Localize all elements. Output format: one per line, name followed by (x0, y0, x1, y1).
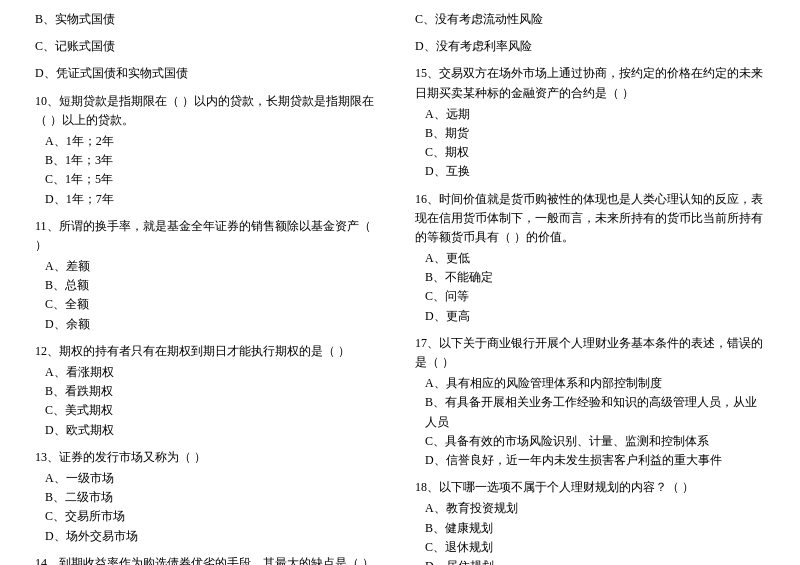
question-block-q_d2: D、没有考虑利率风险 (415, 37, 765, 56)
option-q16-0: A、更低 (425, 249, 765, 268)
question-text-q12: 12、期权的持有者只有在期权到期日才能执行期权的是（ ） (35, 342, 385, 361)
right-column: C、没有考虑流动性风险D、没有考虑利率风险15、交易双方在场外市场上通过协商，按… (410, 10, 770, 565)
option-q17-3: D、信誉良好，近一年内未发生损害客户利益的重大事件 (425, 451, 765, 470)
question-text-q11: 11、所谓的换手率，就是基金全年证券的销售额除以基金资产（ ） (35, 217, 385, 255)
option-q11-1: B、总额 (45, 276, 385, 295)
question-text-q14: 14、到期收益率作为购选债券优劣的手段，其最大的缺点是（ ） (35, 554, 385, 565)
question-text-q_d2: D、没有考虑利率风险 (415, 37, 765, 56)
question-text-q_b: B、实物式国债 (35, 10, 385, 29)
question-block-q11: 11、所谓的换手率，就是基金全年证券的销售额除以基金资产（ ）A、差额B、总额C… (35, 217, 385, 334)
option-q10-1: B、1年；3年 (45, 151, 385, 170)
option-q12-1: B、看跌期权 (45, 382, 385, 401)
question-block-q_d_note: D、凭证式国债和实物式国债 (35, 64, 385, 83)
question-block-q12: 12、期权的持有者只有在期权到期日才能执行期权的是（ ）A、看涨期权B、看跌期权… (35, 342, 385, 440)
options-q18: A、教育投资规划B、健康规划C、退休规划D、居住规划 (415, 499, 765, 565)
options-q15: A、远期B、期货C、期权D、互换 (415, 105, 765, 182)
question-text-q13: 13、证券的发行市场又称为（ ） (35, 448, 385, 467)
question-block-q14: 14、到期收益率作为购选债券优劣的手段，其最大的缺点是（ ）A、没有考虑再投资风… (35, 554, 385, 565)
option-q12-2: C、美式期权 (45, 401, 385, 420)
question-text-q18: 18、以下哪一选项不属于个人理财规划的内容？（ ） (415, 478, 765, 497)
option-q13-3: D、场外交易市场 (45, 527, 385, 546)
option-q16-2: C、问等 (425, 287, 765, 306)
option-q11-0: A、差额 (45, 257, 385, 276)
option-q18-1: B、健康规划 (425, 519, 765, 538)
options-q13: A、一级市场B、二级市场C、交易所市场D、场外交易市场 (35, 469, 385, 546)
question-text-q_d_note: D、凭证式国债和实物式国债 (35, 64, 385, 83)
question-block-q_c2: C、没有考虑流动性风险 (415, 10, 765, 29)
question-block-q16: 16、时间价值就是货币购被性的体现也是人类心理认知的反应，表现在信用货币体制下，… (415, 190, 765, 326)
option-q15-3: D、互换 (425, 162, 765, 181)
option-q15-0: A、远期 (425, 105, 765, 124)
option-q11-3: D、余额 (45, 315, 385, 334)
question-block-q15: 15、交易双方在场外市场上通过协商，按约定的价格在约定的未来日期买卖某种标的金融… (415, 64, 765, 181)
question-text-q15: 15、交易双方在场外市场上通过协商，按约定的价格在约定的未来日期买卖某种标的金融… (415, 64, 765, 102)
options-q10: A、1年；2年B、1年；3年C、1年；5年D、1年；7年 (35, 132, 385, 209)
left-column: B、实物式国债C、记账式国债D、凭证式国债和实物式国债10、短期贷款是指期限在（… (30, 10, 390, 565)
option-q18-3: D、居住规划 (425, 557, 765, 565)
question-block-q18: 18、以下哪一选项不属于个人理财规划的内容？（ ）A、教育投资规划B、健康规划C… (415, 478, 765, 565)
question-block-q10: 10、短期贷款是指期限在（ ）以内的贷款，长期贷款是指期限在（ ）以上的贷款。A… (35, 92, 385, 209)
main-content: B、实物式国债C、记账式国债D、凭证式国债和实物式国债10、短期贷款是指期限在（… (30, 10, 770, 565)
option-q18-2: C、退休规划 (425, 538, 765, 557)
option-q18-0: A、教育投资规划 (425, 499, 765, 518)
page-container: B、实物式国债C、记账式国债D、凭证式国债和实物式国债10、短期贷款是指期限在（… (0, 0, 800, 565)
option-q10-3: D、1年；7年 (45, 190, 385, 209)
options-q16: A、更低B、不能确定C、问等D、更高 (415, 249, 765, 326)
option-q17-1: B、有具备开展相关业务工作经验和知识的高级管理人员，从业人员 (425, 393, 765, 431)
options-q11: A、差额B、总额C、全额D、余额 (35, 257, 385, 334)
option-q13-2: C、交易所市场 (45, 507, 385, 526)
question-text-q17: 17、以下关于商业银行开展个人理财业务基本条件的表述，错误的是（ ） (415, 334, 765, 372)
options-q12: A、看涨期权B、看跌期权C、美式期权D、欧式期权 (35, 363, 385, 440)
option-q13-1: B、二级市场 (45, 488, 385, 507)
question-block-q13: 13、证券的发行市场又称为（ ）A、一级市场B、二级市场C、交易所市场D、场外交… (35, 448, 385, 546)
options-q17: A、具有相应的风险管理体系和内部控制制度B、有具备开展相关业务工作经验和知识的高… (415, 374, 765, 470)
question-block-q_c_note: C、记账式国债 (35, 37, 385, 56)
option-q11-2: C、全额 (45, 295, 385, 314)
option-q13-0: A、一级市场 (45, 469, 385, 488)
question-text-q10: 10、短期贷款是指期限在（ ）以内的贷款，长期贷款是指期限在（ ）以上的贷款。 (35, 92, 385, 130)
option-q16-1: B、不能确定 (425, 268, 765, 287)
option-q17-0: A、具有相应的风险管理体系和内部控制制度 (425, 374, 765, 393)
question-block-q_b: B、实物式国债 (35, 10, 385, 29)
option-q16-3: D、更高 (425, 307, 765, 326)
question-text-q_c_note: C、记账式国债 (35, 37, 385, 56)
question-text-q_c2: C、没有考虑流动性风险 (415, 10, 765, 29)
question-text-q16: 16、时间价值就是货币购被性的体现也是人类心理认知的反应，表现在信用货币体制下，… (415, 190, 765, 248)
option-q10-0: A、1年；2年 (45, 132, 385, 151)
option-q12-0: A、看涨期权 (45, 363, 385, 382)
question-block-q17: 17、以下关于商业银行开展个人理财业务基本条件的表述，错误的是（ ）A、具有相应… (415, 334, 765, 470)
option-q15-1: B、期货 (425, 124, 765, 143)
option-q17-2: C、具备有效的市场风险识别、计量、监测和控制体系 (425, 432, 765, 451)
option-q12-3: D、欧式期权 (45, 421, 385, 440)
option-q10-2: C、1年；5年 (45, 170, 385, 189)
option-q15-2: C、期权 (425, 143, 765, 162)
